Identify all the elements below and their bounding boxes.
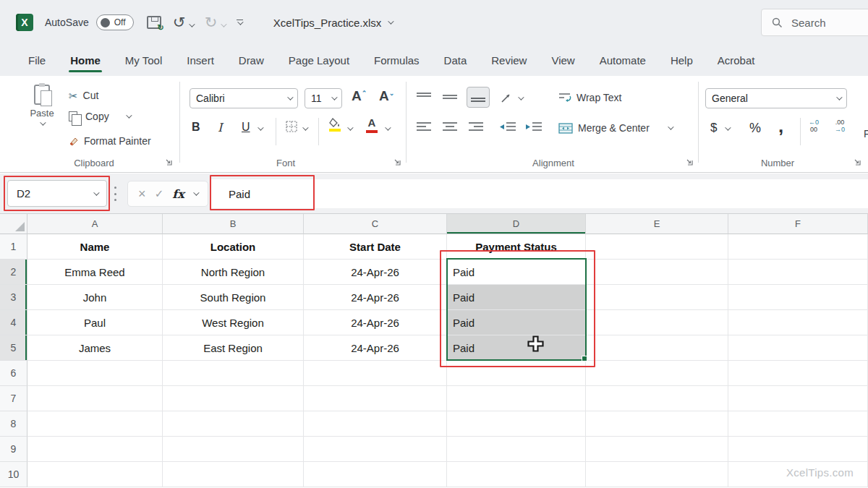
undo-button[interactable]: ↺ xyxy=(173,14,193,30)
cell-D6[interactable] xyxy=(447,361,586,386)
cancel-entry-button[interactable]: × xyxy=(138,187,146,202)
cell-A7[interactable] xyxy=(27,386,163,411)
italic-button[interactable]: I xyxy=(218,121,222,134)
excel-logo-icon[interactable]: X xyxy=(16,14,33,31)
font-size-select[interactable]: 11 xyxy=(305,88,342,108)
cell-B1[interactable]: Location xyxy=(163,234,304,260)
cell-A4[interactable]: Paul xyxy=(27,310,163,335)
merge-center-button[interactable]: Merge & Center xyxy=(558,122,672,134)
align-right-icon[interactable] xyxy=(468,121,484,133)
number-dialog-launcher-icon[interactable] xyxy=(854,158,861,166)
row-header-3[interactable]: 3 xyxy=(0,285,27,310)
underline-button[interactable]: U xyxy=(242,121,250,134)
cell-B2[interactable]: North Region xyxy=(163,260,304,285)
chevron-down-icon[interactable] xyxy=(302,124,308,130)
cell-D8[interactable] xyxy=(447,411,586,437)
row-header-1[interactable]: 1 xyxy=(0,234,27,260)
row-header-10[interactable]: 10 xyxy=(0,462,27,487)
cell-F3[interactable] xyxy=(728,285,868,310)
tab-formulas[interactable]: Formulas xyxy=(365,48,429,73)
alignment-dialog-launcher-icon[interactable] xyxy=(686,158,694,166)
cut-button[interactable]: ✂ Cut xyxy=(69,90,98,101)
row-header-7[interactable]: 7 xyxy=(0,386,27,411)
currency-format-button[interactable]: $ xyxy=(710,121,717,135)
fill-handle[interactable] xyxy=(582,356,587,361)
cell-D7[interactable] xyxy=(447,386,586,411)
font-name-select[interactable]: Calibri xyxy=(190,88,298,108)
cell-B9[interactable] xyxy=(163,437,304,462)
column-header-E[interactable]: E xyxy=(586,214,728,234)
cell-D1[interactable]: Payment Status xyxy=(447,234,586,260)
cell-E10[interactable] xyxy=(586,462,728,487)
tab-review[interactable]: Review xyxy=(482,48,536,73)
chevron-down-icon[interactable] xyxy=(258,124,263,130)
cell-A1[interactable]: Name xyxy=(27,234,163,260)
search-input[interactable]: Search xyxy=(761,9,868,36)
cell-F2[interactable] xyxy=(728,260,868,285)
tab-help[interactable]: Help xyxy=(661,48,702,73)
customize-qat-button[interactable] xyxy=(237,20,243,26)
row-header-8[interactable]: 8 xyxy=(0,411,27,437)
top-align-icon[interactable] xyxy=(416,92,432,103)
cell-A5[interactable]: James xyxy=(27,335,163,361)
row-header-9[interactable]: 9 xyxy=(0,437,27,462)
cell-A9[interactable] xyxy=(27,437,163,462)
column-header-F[interactable]: F xyxy=(728,214,868,234)
decrease-indent-icon[interactable] xyxy=(499,121,516,133)
cell-B3[interactable]: South Region xyxy=(163,285,304,310)
tab-acrobat[interactable]: Acrobat xyxy=(708,48,765,73)
cell-C8[interactable] xyxy=(304,411,447,437)
increase-font-size-button[interactable]: A⌃ xyxy=(352,88,367,104)
cell-C3[interactable]: 24-Apr-26 xyxy=(304,285,447,310)
cell-C2[interactable]: 24-Apr-26 xyxy=(304,260,447,285)
cell-C9[interactable] xyxy=(304,437,447,462)
decrease-font-size-button[interactable]: A⌄ xyxy=(379,88,394,104)
column-header-C[interactable]: C xyxy=(304,214,447,234)
cell-C1[interactable]: Start Date xyxy=(304,234,447,260)
middle-align-icon[interactable] xyxy=(442,92,458,103)
name-box[interactable]: D2 xyxy=(7,180,107,207)
cell-D2[interactable]: Paid xyxy=(447,260,586,285)
row-header-2[interactable]: 2 xyxy=(0,260,27,285)
align-left-icon[interactable] xyxy=(416,121,432,133)
fill-color-button[interactable] xyxy=(327,118,343,132)
cell-C5[interactable]: 24-Apr-26 xyxy=(304,335,447,361)
cell-C6[interactable] xyxy=(304,361,447,386)
cell-E4[interactable] xyxy=(586,310,728,335)
chevron-down-icon[interactable] xyxy=(126,112,132,118)
cell-E3[interactable] xyxy=(586,285,728,310)
tab-view[interactable]: View xyxy=(542,48,584,73)
cell-D10[interactable] xyxy=(447,462,586,487)
cell-E5[interactable] xyxy=(586,335,728,361)
cell-B6[interactable] xyxy=(163,361,304,386)
chevron-down-icon[interactable] xyxy=(189,21,195,27)
redo-button[interactable]: ↻ xyxy=(205,14,225,30)
cell-B10[interactable] xyxy=(163,462,304,487)
chevron-down-icon[interactable] xyxy=(518,94,524,100)
cell-B5[interactable]: East Region xyxy=(163,335,304,361)
tab-my-tool[interactable]: My Tool xyxy=(116,48,171,73)
cell-E8[interactable] xyxy=(586,411,728,437)
autosave-toggle[interactable]: Off xyxy=(96,14,134,30)
cell-D5[interactable]: Paid xyxy=(447,335,586,361)
tab-draw[interactable]: Draw xyxy=(229,48,273,73)
formula-bar-drag-handle[interactable] xyxy=(114,187,116,201)
cell-F4[interactable] xyxy=(728,310,868,335)
tab-page-layout[interactable]: Page Layout xyxy=(279,48,359,73)
cell-E7[interactable] xyxy=(586,386,728,411)
chevron-down-icon[interactable] xyxy=(347,124,353,130)
chevron-down-icon[interactable] xyxy=(385,124,391,130)
cell-A8[interactable] xyxy=(27,411,163,437)
cell-B4[interactable]: West Region xyxy=(163,310,304,335)
tab-file[interactable]: File xyxy=(19,48,55,73)
save-icon[interactable]: ↻ xyxy=(147,16,161,29)
formula-input[interactable]: Paid xyxy=(211,179,868,208)
document-title[interactable]: XcelTips_Practice.xlsx xyxy=(273,17,393,29)
cell-A6[interactable] xyxy=(27,361,163,386)
cell-D9[interactable] xyxy=(447,437,586,462)
cell-B8[interactable] xyxy=(163,411,304,437)
borders-icon[interactable] xyxy=(286,121,297,132)
orientation-icon[interactable] xyxy=(499,90,514,105)
cell-E2[interactable] xyxy=(586,260,728,285)
bold-button[interactable]: B xyxy=(192,121,200,134)
